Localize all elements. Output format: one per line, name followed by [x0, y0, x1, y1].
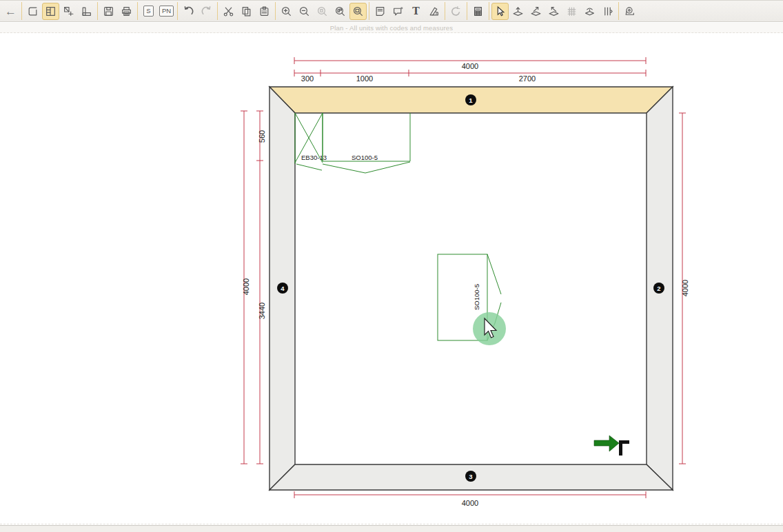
north-arrow-icon: [594, 436, 629, 456]
section-detail-button[interactable]: [78, 3, 95, 20]
cursor-overlay: [473, 312, 506, 345]
dim-label[interactable]: 560: [258, 130, 266, 143]
dim-label[interactable]: 4000: [462, 62, 478, 70]
toolbar-separator: [445, 2, 445, 20]
section-view-button[interactable]: [60, 3, 77, 20]
toolbar-separator: [467, 2, 467, 20]
save-button[interactable]: [100, 3, 117, 20]
rotate-icon: [450, 6, 462, 17]
dim-label[interactable]: 300: [301, 74, 314, 83]
toolbar-separator: [618, 2, 619, 20]
paste-icon: [258, 6, 270, 17]
wall-tool-button[interactable]: [509, 3, 527, 20]
plan-view-icon: [27, 6, 39, 17]
text-tool-button[interactable]: T: [407, 3, 425, 20]
svg-text:3: 3: [469, 473, 472, 480]
dim-label[interactable]: 4000: [462, 499, 478, 507]
pn-icon: PN: [159, 6, 174, 17]
zoom-actual-icon: [316, 6, 328, 17]
toolbar: ← S PN T: [0, 0, 783, 22]
zoom-fit-button[interactable]: [332, 3, 349, 20]
toolbar-separator: [489, 2, 489, 20]
wall-tool3-button[interactable]: [545, 3, 562, 20]
dim-label[interactable]: 2700: [519, 74, 536, 83]
cut-button[interactable]: [220, 3, 237, 20]
status-bar: [0, 525, 783, 532]
view-title: Plan - All units with codes and measures: [0, 23, 783, 33]
floor-plan: 4000 300 1000 2700 4000: [0, 34, 783, 525]
grid-button[interactable]: [563, 3, 580, 20]
tape-measure-icon: [624, 6, 635, 17]
section-view-icon: [63, 6, 74, 17]
copy-button[interactable]: [238, 3, 255, 20]
calculator-button[interactable]: [469, 3, 487, 20]
wall-marker-top[interactable]: 1: [465, 94, 476, 105]
door-top-element[interactable]: SO100-5: [323, 113, 410, 173]
zoom-window-button[interactable]: [349, 3, 367, 20]
zoom-fit-icon: [334, 6, 346, 17]
dimension-left-segments: 560 3440: [256, 111, 266, 464]
elevation-view-icon: [45, 6, 57, 17]
back-icon: ←: [5, 6, 17, 17]
dimension-lines-icon: [602, 6, 613, 17]
dimension-left-total: 4000: [241, 111, 250, 464]
zoom-in-icon: [281, 6, 292, 17]
print-button[interactable]: [118, 3, 135, 20]
copy-icon: [241, 6, 252, 17]
tape-measure-button[interactable]: [621, 3, 638, 20]
undo-button[interactable]: [180, 3, 197, 20]
dimension-top-segments: 300 1000 2700: [294, 70, 646, 83]
redo-button[interactable]: [198, 3, 215, 20]
drawing-canvas[interactable]: 4000 300 1000 2700 4000: [0, 34, 783, 525]
dimension-bottom-total: 4000: [294, 491, 646, 507]
dimension-top-total: 4000: [294, 57, 646, 70]
wall-tool2-button[interactable]: [527, 3, 545, 20]
origin-corner-icon: [619, 440, 629, 456]
dimension-lines-button[interactable]: [599, 3, 616, 20]
rotate-button[interactable]: [447, 3, 465, 20]
select-tool-button[interactable]: [491, 3, 509, 20]
svg-text:1: 1: [469, 96, 473, 104]
app-window: ← S PN T: [0, 0, 783, 532]
materials-button[interactable]: [425, 3, 443, 20]
pn-mode-button[interactable]: PN: [158, 3, 175, 20]
dimension-right-total: 4000: [679, 113, 689, 464]
s-icon: S: [143, 6, 153, 17]
zoom-window-icon: [352, 6, 364, 17]
comment-icon: [392, 6, 404, 17]
zoom-out-button[interactable]: [296, 3, 313, 20]
dim-label[interactable]: 4000: [242, 278, 250, 295]
note-button[interactable]: [372, 3, 389, 20]
plan-view-button[interactable]: [24, 3, 41, 20]
select-icon: [494, 6, 506, 17]
window-element[interactable]: EB30-13: [295, 113, 327, 170]
zoom-in-button[interactable]: [278, 3, 295, 20]
element-code-label: SO100-5: [352, 154, 378, 161]
dim-label[interactable]: 3440: [258, 303, 266, 319]
dim-label[interactable]: 4000: [681, 280, 689, 296]
zoom-actual-button[interactable]: [314, 3, 331, 20]
wall-marker-right[interactable]: 2: [653, 283, 664, 294]
element-code-label: SO100-5: [473, 284, 480, 310]
back-button[interactable]: ←: [2, 3, 19, 20]
print-icon: [121, 6, 132, 17]
paste-button[interactable]: [256, 3, 273, 20]
toolbar-separator: [369, 2, 369, 20]
s-mode-button[interactable]: S: [140, 3, 157, 20]
toolbar-separator: [97, 2, 98, 20]
comment-button[interactable]: [389, 3, 407, 20]
calculator-icon: [472, 6, 484, 17]
dim-label[interactable]: 1000: [356, 74, 373, 83]
svg-text:4: 4: [281, 285, 285, 292]
wall-marker-bottom[interactable]: 3: [465, 471, 476, 482]
toolbar-separator: [177, 2, 178, 20]
wall-marker-left[interactable]: 4: [277, 283, 288, 294]
text-icon: T: [412, 6, 419, 16]
wall-view-button[interactable]: [581, 3, 598, 20]
section-detail-icon: [81, 6, 92, 17]
toolbar-separator: [21, 2, 22, 20]
note-icon: [374, 6, 386, 17]
elevation-view-button[interactable]: [42, 3, 59, 20]
toolbar-separator: [137, 2, 138, 20]
wall-tool3-icon: [548, 6, 560, 17]
